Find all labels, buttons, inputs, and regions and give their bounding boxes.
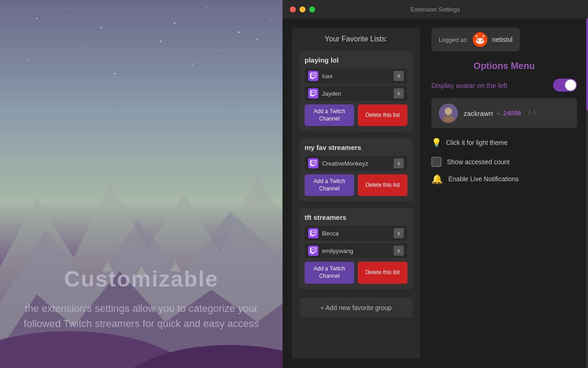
remove-item-button[interactable]: x <box>394 228 404 238</box>
favorites-panel: Your Favorite Lists: playing lol luxx x … <box>292 28 420 359</box>
item-name: emilyywang <box>322 247 394 254</box>
live-icon: 〈·〉 <box>525 109 539 117</box>
notifications-row: 🔔 Enable Live Notifications <box>431 173 577 184</box>
delete-list-button[interactable]: Delete this list <box>358 262 407 283</box>
add-channel-button[interactable]: Add a Twitch Channel <box>305 262 354 283</box>
options-title: Options Menu <box>431 61 577 71</box>
show-count-checkbox[interactable] <box>431 157 441 167</box>
close-button[interactable] <box>290 6 296 12</box>
maximize-button[interactable] <box>309 6 315 12</box>
extension-window: Extension Settings Your Favorite Lists: … <box>283 0 588 368</box>
svg-point-0 <box>36 18 38 19</box>
remove-item-button[interactable]: x <box>394 246 404 256</box>
favorite-group-2: my fav streamers CreativeMonkeyz x Add a… <box>299 138 413 201</box>
show-count-row: Show accessed count <box>431 157 577 167</box>
delete-list-button[interactable]: Delete this list <box>358 174 407 196</box>
favorites-header: Your Favorite Lists: <box>299 35 413 43</box>
list-item: CreativeMonkeyz x <box>305 156 407 171</box>
svg-point-30 <box>482 40 483 40</box>
left-subtitle: the extension's settings allow you to ca… <box>14 301 269 331</box>
delete-list-button[interactable]: Delete this list <box>358 104 407 126</box>
bell-icon: 🔔 <box>431 173 443 184</box>
avatar-preview: zackrawrr - 24098 〈·〉 <box>431 98 577 128</box>
light-theme-row[interactable]: 💡 Click it for light theme <box>431 138 577 148</box>
add-channel-button[interactable]: Add a Twitch Channel <box>305 104 354 126</box>
svg-point-6 <box>238 32 240 33</box>
svg-point-9 <box>220 50 221 51</box>
svg-point-4 <box>174 23 175 24</box>
minimize-button[interactable] <box>300 6 305 12</box>
username-label: netistul <box>492 36 512 43</box>
group1-name: playing lol <box>305 56 407 64</box>
group2-name: my fav streamers <box>305 144 407 151</box>
svg-point-32 <box>476 35 477 36</box>
twitch-icon <box>308 246 318 256</box>
svg-point-8 <box>160 41 162 42</box>
add-channel-button[interactable]: Add a Twitch Channel <box>305 174 354 196</box>
bulb-icon: 💡 <box>431 138 441 148</box>
background-left: Customizable the extension's settings al… <box>0 0 283 368</box>
favorite-group-3: tft streamers Becca x emilyywang x <box>299 208 413 289</box>
title-bar: Extension Settings <box>283 0 588 18</box>
twitch-icon <box>308 228 318 238</box>
logged-as-box: Logged as: netistul <box>431 28 520 52</box>
item-name: luxx <box>322 73 394 80</box>
svg-point-5 <box>206 6 207 7</box>
logged-as-label: Logged as: <box>439 36 468 43</box>
svg-point-36 <box>445 108 452 115</box>
remove-item-button[interactable]: x <box>394 88 404 98</box>
item-name: Becca <box>322 230 394 237</box>
list-item: Jayden x <box>305 86 407 101</box>
item-name: CreativeMonkeyz <box>322 160 394 167</box>
svg-point-27 <box>478 41 480 43</box>
display-avatar-toggle[interactable] <box>553 79 577 92</box>
scroll-thumb <box>586 18 588 110</box>
display-avatar-label: Display avatar on the left <box>431 81 507 89</box>
svg-point-12 <box>257 39 258 40</box>
display-avatar-row: Display avatar on the left <box>431 79 577 92</box>
streamer-avatar <box>439 104 458 123</box>
group3-name: tft streamers <box>305 213 407 221</box>
viewer-count: 24098 <box>503 109 521 117</box>
svg-point-11 <box>192 64 193 65</box>
list-item: Becca x <box>305 226 407 241</box>
twitch-icon <box>308 158 318 168</box>
light-theme-label: Click it for light theme <box>446 139 508 146</box>
remove-item-button[interactable]: x <box>394 158 404 168</box>
streamer-name: zackrawrr <box>464 109 493 117</box>
svg-point-29 <box>478 40 479 40</box>
main-content: Your Favorite Lists: playing lol luxx x … <box>283 18 588 368</box>
item-name: Jayden <box>322 90 394 97</box>
svg-point-14 <box>114 73 116 75</box>
add-new-group-button[interactable]: + Add new favorite group <box>299 298 413 318</box>
svg-point-7 <box>82 46 83 46</box>
window-controls <box>290 6 315 12</box>
svg-point-3 <box>137 13 138 14</box>
left-text-block: Customizable the extension's settings al… <box>0 266 283 331</box>
svg-point-2 <box>101 27 102 29</box>
show-count-label: Show accessed count <box>447 158 509 166</box>
notifications-label: Enable Live Notifications <box>448 175 519 183</box>
scroll-indicator <box>586 18 588 368</box>
options-panel: Logged as: netistul <box>420 18 588 368</box>
group3-actions: Add a Twitch Channel Delete this list <box>305 262 407 283</box>
toggle-knob <box>565 80 576 91</box>
list-item: luxx x <box>305 69 407 83</box>
remove-item-button[interactable]: x <box>394 71 404 81</box>
favorite-group-1: playing lol luxx x Jayden x Add <box>299 51 413 132</box>
svg-point-13 <box>45 82 46 83</box>
user-avatar <box>473 32 487 47</box>
svg-point-28 <box>481 41 483 43</box>
svg-point-34 <box>483 35 485 36</box>
svg-point-24 <box>476 38 485 44</box>
svg-point-10 <box>27 59 28 61</box>
svg-point-16 <box>151 92 152 92</box>
window-title: Extension Settings <box>411 6 460 13</box>
list-item: emilyywang x <box>305 243 407 258</box>
group1-actions: Add a Twitch Channel Delete this list <box>305 104 407 126</box>
group2-actions: Add a Twitch Channel Delete this list <box>305 174 407 196</box>
left-title: Customizable <box>14 266 269 292</box>
twitch-icon <box>308 71 318 81</box>
svg-point-1 <box>68 9 69 10</box>
streamer-info: zackrawrr - 24098 〈·〉 <box>464 109 539 117</box>
